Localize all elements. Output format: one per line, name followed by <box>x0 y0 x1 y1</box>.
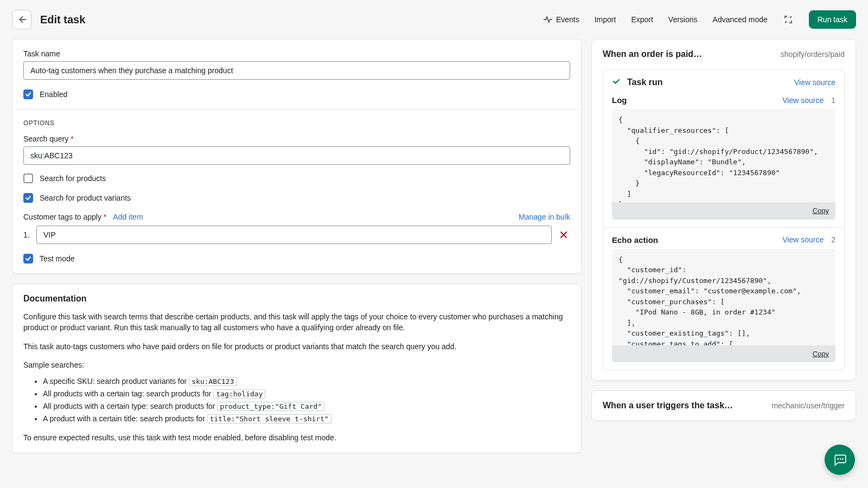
search-variants-checkbox[interactable] <box>23 193 33 203</box>
task-card: Task name Enabled OPTIONS Search query * <box>12 39 582 274</box>
svg-point-0 <box>837 458 839 460</box>
back-button[interactable] <box>12 10 31 29</box>
page-header: Edit task Events Import Export Versions … <box>0 0 868 39</box>
log-count: 1 <box>831 96 835 105</box>
search-products-label: Search for products <box>40 174 106 183</box>
search-products-checkbox[interactable] <box>23 174 33 183</box>
tag-input[interactable] <box>36 226 552 244</box>
chat-button[interactable] <box>825 445 855 475</box>
search-variants-label: Search for product variants <box>40 194 131 202</box>
test-mode-checkbox[interactable] <box>23 254 33 264</box>
event-topic: shopify/orders/paid <box>781 50 845 59</box>
options-heading: OPTIONS <box>23 119 570 127</box>
echo-content: { "customer_id": "gid://shopify/Customer… <box>612 249 835 345</box>
event-card-user-trigger: When a user triggers the task… mechanic/… <box>591 390 856 421</box>
task-run-label: Task run <box>627 78 663 87</box>
doc-sample-item: A specific SKU: search product variants … <box>43 376 570 387</box>
echo-count: 2 <box>831 235 835 244</box>
log-view-source-link[interactable]: View source <box>782 96 824 105</box>
manage-bulk-link[interactable]: Manage in bulk <box>519 213 570 221</box>
doc-paragraph: Sample searches: <box>23 359 570 370</box>
events-label: Events <box>556 15 579 24</box>
enabled-checkbox[interactable] <box>23 89 33 99</box>
log-code-block: { "qualifier_resources": [ { "id": "gid:… <box>612 109 835 220</box>
doc-sample-list: A specific SKU: search product variants … <box>23 376 570 425</box>
advanced-mode-link[interactable]: Advanced mode <box>713 15 768 24</box>
page-title: Edit task <box>40 14 85 26</box>
doc-sample-item: All products with a certain tag: search … <box>43 388 570 400</box>
search-query-label: Search query * <box>23 134 570 143</box>
export-link[interactable]: Export <box>631 15 653 24</box>
search-query-input[interactable] <box>23 146 570 165</box>
versions-link[interactable]: Versions <box>668 15 698 24</box>
copy-button[interactable]: Copy <box>612 345 835 363</box>
activity-icon <box>543 15 553 24</box>
fullscreen-button[interactable] <box>783 14 794 25</box>
doc-paragraph: This task auto-tags customers who have p… <box>23 341 570 352</box>
fullscreen-icon <box>783 14 794 25</box>
doc-sample-item: A product with a certain title: search p… <box>43 413 570 425</box>
run-task-button[interactable]: Run task <box>809 10 856 29</box>
test-mode-label: Test mode <box>40 254 75 263</box>
log-title: Log <box>612 95 627 105</box>
svg-point-1 <box>840 458 841 460</box>
add-item-link[interactable]: Add item <box>113 213 143 221</box>
events-link[interactable]: Events <box>543 15 579 24</box>
svg-point-2 <box>842 458 844 460</box>
echo-code-block: { "customer_id": "gid://shopify/Customer… <box>612 249 835 363</box>
doc-paragraph: To ensure expected results, use this tas… <box>23 432 570 443</box>
header-actions: Events Import Export Versions Advanced m… <box>543 10 856 29</box>
task-name-input[interactable] <box>23 61 570 80</box>
tag-row-number: 1. <box>23 230 31 239</box>
tag-row: 1. <box>23 226 570 244</box>
import-link[interactable]: Import <box>595 15 616 24</box>
check-icon <box>612 77 621 88</box>
task-name-label: Task name <box>23 49 570 58</box>
copy-button[interactable]: Copy <box>612 202 835 220</box>
customer-tags-label: Customer tags to apply * <box>23 213 106 221</box>
task-run-subcard: Task run View source Log View source 1 {… <box>603 69 845 370</box>
documentation-card: Documentation Configure this task with s… <box>12 284 582 453</box>
doc-paragraph: Configure this task with search terms th… <box>23 311 570 333</box>
chat-icon <box>833 453 847 467</box>
doc-sample-item: All products with a certain type: search… <box>43 401 570 412</box>
log-content: { "qualifier_resources": [ { "id": "gid:… <box>612 109 835 202</box>
enabled-label: Enabled <box>40 90 67 99</box>
event-title: When a user triggers the task… <box>603 401 733 410</box>
view-source-link[interactable]: View source <box>794 78 835 87</box>
event-topic: mechanic/user/trigger <box>771 401 845 410</box>
event-title: When an order is paid… <box>603 49 702 59</box>
documentation-heading: Documentation <box>23 294 570 304</box>
close-icon <box>560 231 567 239</box>
remove-tag-button[interactable] <box>557 228 570 241</box>
event-card-order-paid: When an order is paid… shopify/orders/pa… <box>591 39 856 381</box>
echo-title: Echo action <box>612 235 658 245</box>
arrow-left-icon <box>17 15 27 24</box>
echo-view-source-link[interactable]: View source <box>782 235 824 244</box>
